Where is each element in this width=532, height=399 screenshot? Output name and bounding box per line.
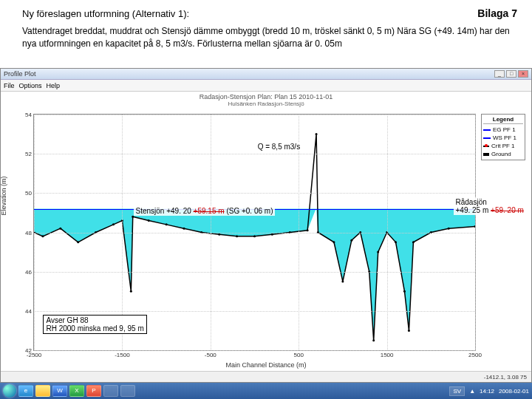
description-text: Vattendraget breddat, muddrat och Stensj… bbox=[22, 25, 517, 50]
legend-ws: WS PF 1 bbox=[493, 134, 516, 141]
taskbar-app-icon[interactable] bbox=[120, 385, 135, 397]
svg-point-21 bbox=[332, 241, 335, 243]
y-tick: 44 bbox=[25, 307, 34, 314]
svg-point-29 bbox=[395, 241, 397, 243]
menu-file[interactable]: File bbox=[4, 82, 15, 89]
svg-point-27 bbox=[377, 251, 379, 253]
excel-icon[interactable]: X bbox=[69, 385, 84, 397]
svg-point-18 bbox=[307, 229, 309, 231]
word-icon[interactable]: W bbox=[52, 385, 67, 397]
y-tick: 54 bbox=[25, 112, 34, 118]
chart-title: Radasjon-Stensjon Plan: Plan 15 2010-11-… bbox=[1, 92, 531, 100]
svg-point-14 bbox=[236, 235, 238, 237]
y-tick: 50 bbox=[25, 190, 34, 197]
x-tick: -2500 bbox=[27, 350, 41, 358]
chart-subtitle: Hulsänken Radasjon-Stensjö bbox=[1, 100, 531, 107]
svg-point-34 bbox=[448, 228, 450, 230]
minimize-button[interactable]: _ bbox=[494, 70, 505, 78]
menu-options[interactable]: Options bbox=[19, 82, 42, 89]
clock-date[interactable]: 2008-02-01 bbox=[499, 388, 529, 395]
x-tick: 500 bbox=[294, 350, 304, 358]
x-tick: 2500 bbox=[468, 350, 482, 358]
svg-point-13 bbox=[218, 233, 220, 236]
attachment-label: Bilaga 7 bbox=[477, 7, 517, 19]
svg-point-9 bbox=[148, 219, 150, 222]
profile-plot-window: Profile Plot _ □ × File Options Help Rea… bbox=[0, 68, 532, 383]
maximize-button[interactable]: □ bbox=[506, 70, 516, 78]
x-tick: 1500 bbox=[381, 350, 394, 358]
stensjon-annotation: Stensjön +49. 20 +59.15 m (SG +0. 06 m) bbox=[134, 206, 276, 216]
page-title: Ny föreslagen utformning (Alternativ 1): bbox=[22, 8, 189, 19]
window-titlebar[interactable]: Profile Plot _ □ × bbox=[1, 69, 531, 80]
ws-line-icon bbox=[483, 137, 491, 139]
y-tick: 48 bbox=[25, 229, 34, 236]
radasjon-annotation: Rådasjön +49. 25 m +59. 20 m bbox=[454, 197, 526, 215]
window-title: Profile Plot bbox=[4, 70, 36, 78]
svg-point-11 bbox=[183, 228, 185, 230]
svg-point-19 bbox=[316, 133, 318, 135]
legend-title: Legend bbox=[483, 116, 523, 124]
note-box-annotation: Avser GH 88 RH 2000 minska med 9, 95 m bbox=[43, 315, 146, 334]
svg-point-10 bbox=[166, 223, 168, 225]
svg-point-1 bbox=[41, 235, 44, 237]
svg-point-2 bbox=[59, 228, 61, 230]
x-axis-label: Main Channel Distance (m) bbox=[225, 361, 306, 369]
legend-crit: Crit PF 1 bbox=[491, 143, 515, 149]
svg-point-31 bbox=[408, 330, 410, 332]
ground-swatch-icon bbox=[483, 153, 489, 156]
cursor-coords: -1412.1, 3.08 75 bbox=[484, 374, 527, 381]
ie-icon[interactable]: e bbox=[18, 385, 33, 397]
close-button[interactable]: × bbox=[518, 70, 528, 78]
svg-point-8 bbox=[132, 216, 134, 218]
language-indicator[interactable]: SV bbox=[449, 386, 465, 396]
svg-point-23 bbox=[350, 239, 352, 242]
svg-point-32 bbox=[412, 241, 415, 243]
system-tray[interactable]: SV ▲ 14:12 2008-02-01 bbox=[449, 386, 529, 396]
y-tick: 52 bbox=[25, 151, 34, 157]
app-menubar: File Options Help bbox=[1, 80, 531, 92]
menu-help[interactable]: Help bbox=[47, 82, 61, 89]
y-tick: 46 bbox=[25, 268, 34, 275]
svg-point-16 bbox=[271, 233, 273, 236]
powerpoint-icon[interactable]: P bbox=[86, 385, 101, 397]
tray-flag-icon[interactable]: ▲ bbox=[469, 388, 475, 395]
legend-ground: Ground bbox=[491, 151, 511, 157]
y-axis-label: Elevation (m) bbox=[0, 176, 7, 215]
plot-area: Radasjon-Stensjon Plan: Plan 15 2010-11-… bbox=[1, 92, 531, 370]
clock-time[interactable]: 14:12 bbox=[480, 388, 494, 395]
svg-point-5 bbox=[112, 223, 115, 225]
eg-line-icon bbox=[483, 129, 491, 131]
svg-point-30 bbox=[403, 290, 406, 293]
windows-taskbar[interactable]: e W X P SV ▲ 14:12 2008-02-01 bbox=[0, 383, 532, 399]
x-tick: -500 bbox=[205, 350, 216, 358]
svg-point-22 bbox=[341, 280, 344, 282]
svg-point-26 bbox=[372, 339, 375, 341]
explorer-icon[interactable] bbox=[35, 385, 50, 397]
legend-eg: EG PF 1 bbox=[493, 126, 516, 133]
crit-dot-icon bbox=[483, 146, 489, 147]
window-statusbar: -1412.1, 3.08 75 bbox=[1, 371, 531, 382]
chart-legend: Legend EG PF 1 WS PF 1 Crit PF 1 Ground bbox=[481, 114, 525, 160]
svg-point-15 bbox=[253, 235, 256, 237]
svg-point-7 bbox=[130, 290, 132, 293]
start-button[interactable] bbox=[3, 384, 16, 398]
q-annotation: Q = 8,5 m3/s bbox=[256, 142, 303, 151]
x-tick: -1500 bbox=[115, 350, 129, 358]
taskbar-app-icon[interactable] bbox=[103, 385, 118, 397]
svg-point-3 bbox=[77, 241, 79, 243]
